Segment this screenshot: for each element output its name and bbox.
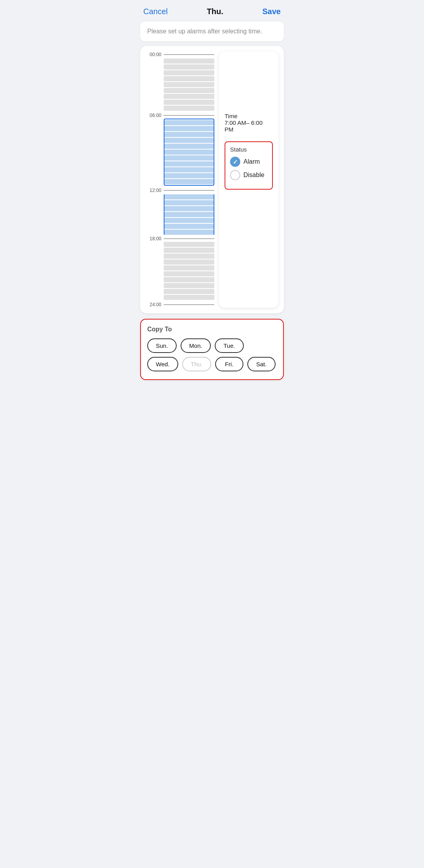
selected-block-outer[interactable] xyxy=(146,119,214,186)
copy-to-title: Copy To xyxy=(147,326,277,333)
bar-6[interactable] xyxy=(164,94,214,99)
bars-bottom[interactable] xyxy=(164,242,214,300)
save-button[interactable]: Save xyxy=(262,7,281,16)
day-button-mon[interactable]: Mon. xyxy=(181,338,211,353)
bar-3[interactable] xyxy=(164,76,214,81)
time-section-value: 7:00 AM– 6:00 PM xyxy=(225,119,273,133)
sel-bar-4[interactable] xyxy=(164,144,214,149)
time-label-06: 06:00 xyxy=(146,113,164,118)
bar-4[interactable] xyxy=(164,82,214,87)
disable-radio-row[interactable]: Disable xyxy=(230,170,267,180)
info-banner: Please set up alarms after selecting tim… xyxy=(140,22,284,41)
selected-block-inner[interactable] xyxy=(164,119,214,186)
days-grid: Sun. Mon. Tue. Wed. Thu. Fri. Sat. xyxy=(147,338,277,371)
day-button-thu: Thu. xyxy=(182,357,211,371)
day-button-sat[interactable]: Sat. xyxy=(247,357,276,371)
sel-bar-b6[interactable] xyxy=(164,230,214,235)
sel-bar-0[interactable] xyxy=(164,120,214,125)
selected-block2[interactable] xyxy=(146,194,214,235)
sel-bar-b2[interactable] xyxy=(164,206,214,211)
bot-bar-6[interactable] xyxy=(164,277,214,282)
status-box: Status ✓ Alarm Disable xyxy=(225,141,273,190)
sel-bar-b4[interactable] xyxy=(164,218,214,223)
time-label-24: 24:00 xyxy=(146,302,164,307)
detail-card: Time 7:00 AM– 6:00 PM Status ✓ Alarm Dis… xyxy=(219,51,278,308)
info-text: Please set up alarms after selecting tim… xyxy=(147,28,262,35)
sel-bar-1[interactable] xyxy=(164,126,214,131)
bot-bar-7[interactable] xyxy=(164,283,214,288)
day-button-wed[interactable]: Wed. xyxy=(147,357,178,371)
time-00-row: 00:00 xyxy=(146,51,214,58)
sel-bar-8[interactable] xyxy=(164,167,214,172)
bot-bar-5[interactable] xyxy=(164,271,214,276)
sel-bar-5[interactable] xyxy=(164,150,214,155)
unselected-bottom-group xyxy=(146,242,214,300)
time-label-00: 00:00 xyxy=(146,52,164,57)
day-button-tue[interactable]: Tue. xyxy=(215,338,243,353)
bot-bar-9[interactable] xyxy=(164,295,214,300)
bot-bar-8[interactable] xyxy=(164,289,214,294)
bot-bar-1[interactable] xyxy=(164,248,214,253)
bar-1[interactable] xyxy=(164,64,214,69)
bar-7[interactable] xyxy=(164,100,214,105)
bot-bar-2[interactable] xyxy=(164,254,214,259)
sel-bars-2[interactable] xyxy=(164,194,214,235)
disable-radio-label: Disable xyxy=(243,172,264,179)
timeline: 00:00 xyxy=(146,51,214,308)
day-button-sun[interactable]: Sun. xyxy=(147,338,177,353)
cancel-button[interactable]: Cancel xyxy=(143,7,168,16)
time-24-row: 24:00 xyxy=(146,302,214,308)
unselected-top-group xyxy=(146,58,214,111)
copy-to-section: Copy To Sun. Mon. Tue. Wed. Thu. Fri. Sa… xyxy=(140,319,284,380)
bar-2[interactable] xyxy=(164,70,214,75)
time-section: Time 7:00 AM– 6:00 PM xyxy=(225,81,273,138)
time-18-row: 18:00 xyxy=(146,236,214,242)
status-title: Status xyxy=(230,146,267,153)
sel-bar-b1[interactable] xyxy=(164,200,214,205)
bot-bar-4[interactable] xyxy=(164,265,214,270)
header: Cancel Thu. Save xyxy=(135,0,289,22)
main-content-area: 00:00 xyxy=(140,46,284,313)
bot-bar-0[interactable] xyxy=(164,242,214,247)
time-section-label: Time xyxy=(225,113,273,119)
sel-bar-7[interactable] xyxy=(164,161,214,166)
alarm-radio-button[interactable]: ✓ xyxy=(230,157,240,167)
disable-radio-button[interactable] xyxy=(230,170,240,180)
time-12-row: 12:00 xyxy=(146,187,214,194)
page-title: Thu. xyxy=(207,7,223,16)
day-button-fri[interactable]: Fri. xyxy=(215,357,243,371)
bar-8[interactable] xyxy=(164,106,214,111)
bar-5[interactable] xyxy=(164,88,214,93)
sel-bar-9[interactable] xyxy=(164,173,214,178)
sel-bar-2[interactable] xyxy=(164,132,214,137)
timeline-column: 00:00 xyxy=(146,51,214,308)
alarm-radio-label: Alarm xyxy=(243,158,260,165)
bar-0[interactable] xyxy=(164,58,214,64)
alarm-radio-row[interactable]: ✓ Alarm xyxy=(230,157,267,167)
checkmark-icon: ✓ xyxy=(233,159,238,165)
selected-bars-group[interactable] xyxy=(164,119,214,186)
sel-bar-6[interactable] xyxy=(164,155,214,161)
bot-bar-3[interactable] xyxy=(164,259,214,265)
time-label-18: 18:00 xyxy=(146,236,164,241)
sel-bar-3[interactable] xyxy=(164,138,214,143)
sel-bar-b3[interactable] xyxy=(164,212,214,217)
sel-bar-10[interactable] xyxy=(164,179,214,184)
sel-bar-b0[interactable] xyxy=(164,194,214,199)
time-06-row: 06:00 xyxy=(146,112,214,119)
time-label-12: 12:00 xyxy=(146,188,164,193)
timeline-inner: 00:00 xyxy=(146,51,214,308)
sel-bar-b5[interactable] xyxy=(164,224,214,229)
bars-top[interactable] xyxy=(164,58,214,111)
